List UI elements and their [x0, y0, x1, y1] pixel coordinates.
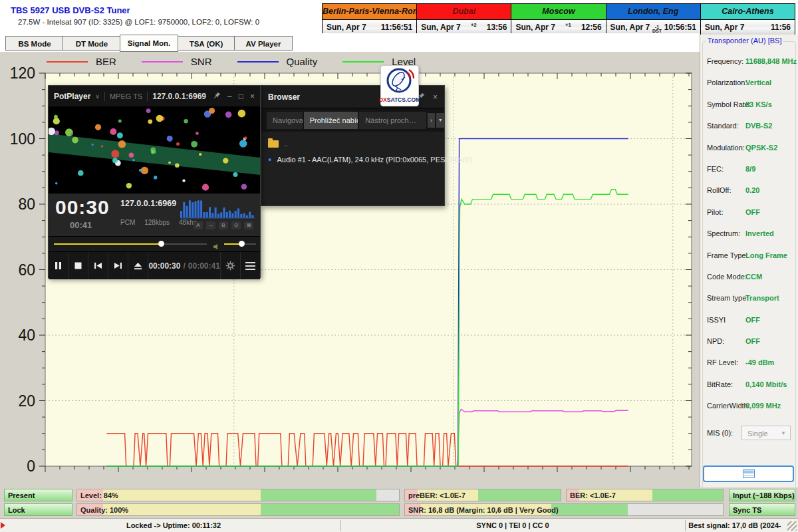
- clock-column: London, EngSun, Apr 7-1DST10:56:51: [606, 4, 700, 35]
- stop-icon: [74, 262, 82, 269]
- next-button[interactable]: [108, 252, 128, 279]
- pause-button[interactable]: [49, 252, 68, 279]
- b-point-button[interactable]: B: [219, 221, 228, 229]
- field-value: 11688,848 MHz: [745, 57, 797, 65]
- seek-row: [49, 236, 260, 251]
- potplayer-title: PotPlayer: [54, 92, 90, 101]
- field-label: Polarization:: [707, 78, 747, 86]
- close-icon[interactable]: ×: [250, 92, 255, 101]
- minimize-icon[interactable]: –: [227, 92, 232, 101]
- mis-value: Single: [747, 430, 768, 438]
- clock-time-row: Sun, Apr 7-1DST10:56:51: [606, 20, 700, 35]
- repeat-icon[interactable]: ⊙: [231, 221, 241, 229]
- transponder-fields: Frequency:11688,848 MHzPolarization:Vert…: [700, 52, 798, 418]
- swap-icon[interactable]: ↔: [206, 221, 215, 229]
- seek-bar[interactable]: [54, 243, 207, 245]
- scroll-right-icon[interactable]: ›: [428, 113, 436, 128]
- stop-button[interactable]: [68, 252, 88, 279]
- page-title: TBS 5927 USB DVB-S2 Tuner: [11, 5, 130, 15]
- tab-av-player[interactable]: AV Player: [234, 36, 293, 51]
- audio-track-row[interactable]: ● Audio #1 - AAC(LATM), 24.0 kHz (PID:0x…: [261, 152, 444, 168]
- panel-toggle-button[interactable]: [703, 466, 794, 482]
- video-canvas[interactable]: [49, 107, 260, 193]
- logo-text: DXSATCS.COM: [379, 96, 420, 103]
- preber-bar: preBER: <1.0E-7: [404, 489, 561, 501]
- clock-column: DubaiSun, Apr 7+213:56: [416, 4, 511, 35]
- statusbar-uptime: Locked -> Uptime: 00:11:32: [7, 519, 340, 532]
- clock-utc-offset: -1DST: [652, 21, 662, 33]
- y-axis-label: 100: [10, 130, 35, 148]
- field-value: 0.20: [745, 186, 759, 194]
- field-label: ISSYI: [707, 316, 726, 324]
- volume-bar[interactable]: [224, 243, 256, 245]
- tab-tsa[interactable]: TSA (OK): [177, 36, 235, 51]
- status-rows: Present Level: 84% preBER: <1.0E-7 BER: …: [0, 487, 798, 518]
- present-badge: Present: [4, 489, 72, 501]
- clock-time: 12:56: [581, 23, 602, 32]
- tab-navigovat[interactable]: Navigovat: [267, 112, 303, 129]
- field-label: Pilot:: [707, 208, 723, 216]
- seek-handle[interactable]: [158, 241, 164, 247]
- audio-track-label: Audio #1 - AAC(LATM), 24.0 kHz (PID:0x00…: [277, 156, 472, 164]
- field-label: BitRate:: [707, 380, 733, 388]
- y-axis-label: 20: [18, 392, 35, 410]
- fullscreen-icon[interactable]: ⊠: [244, 221, 253, 229]
- field-value: 0,099 MHz: [745, 402, 781, 410]
- ber-legend-line: [47, 61, 88, 63]
- potplayer-titlebar[interactable]: PotPlayer ∨ MPEG TS 127.0.0.1:6969 – □ ×: [49, 86, 260, 107]
- field-value: QPSK-S2: [745, 144, 777, 152]
- field-value: 8/9: [745, 165, 755, 173]
- transponder-field-row: Modulation:QPSK-S2: [700, 138, 798, 160]
- hamburger-icon: [245, 262, 255, 270]
- clock-date: Sun, Apr 7: [610, 23, 650, 32]
- source-label: 127.0.0.1:6969: [120, 199, 176, 208]
- field-label: RF Level:: [707, 358, 738, 366]
- transponder-field-row: Stream type:Transport: [700, 289, 798, 310]
- eject-button[interactable]: [128, 252, 148, 279]
- tab-bar: BS Mode DT Mode Signal Mon. TSA (OK) AV …: [0, 33, 700, 52]
- settings-button[interactable]: [220, 252, 240, 279]
- clock-city: London, Eng: [606, 4, 700, 20]
- close-icon[interactable]: ×: [433, 92, 438, 102]
- field-label: Standard:: [707, 122, 739, 130]
- tab-prohlizec-nabidky[interactable]: Prohlížeč nabídky: [304, 112, 358, 129]
- clock-city: Moscow: [511, 4, 605, 20]
- menu-button[interactable]: [240, 252, 260, 279]
- volume-handle[interactable]: [239, 241, 245, 247]
- transponder-sidebar: Transponder (AU) [BS] Frequency:11688,84…: [700, 35, 798, 518]
- field-label: Stream type:: [707, 294, 748, 302]
- player-controls: 00:00:30 / 00:00:41: [49, 251, 260, 279]
- previous-button[interactable]: [88, 252, 108, 279]
- a-point-button[interactable]: A: [194, 221, 203, 229]
- field-value: OFF: [745, 337, 760, 345]
- tab-bs-mode[interactable]: BS Mode: [5, 36, 64, 51]
- pin-icon[interactable]: [213, 92, 221, 101]
- y-axis-label: 80: [18, 196, 35, 213]
- ber-bar: BER: <1.0E-7: [566, 489, 724, 501]
- transponder-field-row: Symbol Rate:83 KS/s: [700, 95, 798, 116]
- clock-utc-offset: +1: [565, 22, 571, 28]
- sync-ts-badge: Sync TS: [729, 503, 795, 516]
- tab-signal-mon[interactable]: Signal Mon.: [120, 35, 178, 52]
- clock-time: 13:56: [487, 23, 507, 32]
- chevron-down-icon[interactable]: ∨: [95, 93, 100, 100]
- resize-grip[interactable]: [787, 521, 797, 531]
- clock-time-row: Sun, Apr 7+112:56: [511, 20, 605, 35]
- transponder-field-row: Polarization:Vertical: [700, 73, 798, 94]
- transponder-field-row: Pilot:OFF: [700, 203, 798, 224]
- pause-icon: [55, 261, 62, 270]
- tab-dt-mode[interactable]: DT Mode: [63, 36, 121, 51]
- browser-content: .. ● Audio #1 - AAC(LATM), 24.0 kHz (PID…: [261, 132, 444, 168]
- clock-column: MoscowSun, Apr 7+112:56: [511, 4, 605, 35]
- transponder-field-row: RollOff:0.20: [700, 181, 798, 202]
- tab-nastroj-prochazeni[interactable]: Nástroj procházení tit...: [359, 112, 426, 129]
- dxsatcs-logo: DXSATCS.COM: [380, 65, 419, 106]
- clock-column: Cairo-AthensSun, Apr 711:56: [700, 4, 795, 35]
- mis-dropdown[interactable]: Single ▼: [741, 426, 791, 440]
- y-axis-label: 0: [27, 458, 35, 475]
- dropdown-icon[interactable]: ▼: [436, 113, 444, 128]
- clock-time: 11:56:51: [381, 23, 412, 32]
- maximize-icon[interactable]: □: [239, 92, 243, 101]
- parent-folder-row[interactable]: ..: [261, 136, 444, 152]
- gear-icon: [225, 261, 235, 271]
